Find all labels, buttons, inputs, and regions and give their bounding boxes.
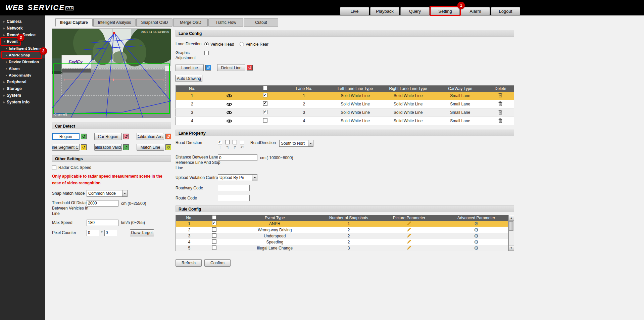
picture-parameter-pencil-icon[interactable]	[407, 227, 411, 232]
distance-between-lane-input[interactable]	[218, 154, 257, 161]
sidebar-item-system-info[interactable]: ▶System Info	[0, 99, 45, 105]
calibration-area-reset-icon[interactable]: ↺	[165, 134, 171, 139]
direction-straight-checkbox[interactable]	[218, 140, 222, 144]
camera-preview-canvas[interactable]: FedEx	[52, 29, 171, 118]
tab-intelligent-analysis[interactable]: Intelligent Analysis	[93, 18, 136, 27]
picture-parameter-pencil-icon[interactable]	[407, 233, 411, 238]
delete-trash-icon[interactable]	[498, 118, 502, 123]
roadway-code-input[interactable]	[218, 185, 250, 191]
picture-parameter-pencil-icon[interactable]	[407, 239, 411, 244]
rule-table-row[interactable]: 3 Underspeed 2 ⚙	[176, 233, 508, 239]
tab-snapshot-osd[interactable]: Snapshot OSD	[136, 18, 172, 27]
calibration-valid-button[interactable]: Calibration Valid...	[94, 144, 122, 151]
car-region-button[interactable]: Car Region	[94, 133, 122, 140]
picture-parameter-pencil-icon[interactable]	[407, 221, 411, 225]
nav-playback-button[interactable]: Playback	[370, 7, 399, 15]
draw-target-button[interactable]: Draw Target	[130, 229, 154, 236]
sidebar-item-abnormality[interactable]: ›Abnormality	[0, 72, 45, 79]
tab-cutout[interactable]: Cutout	[244, 18, 278, 27]
nav-query-button[interactable]: Query	[400, 7, 430, 15]
delete-trash-icon[interactable]	[498, 101, 502, 106]
advanced-parameter-gear-icon[interactable]: ⚙	[474, 233, 478, 239]
vehicle-rear-radio[interactable]	[240, 42, 244, 46]
match-line-button[interactable]: Match Line	[137, 144, 164, 151]
visibility-eye-icon[interactable]	[227, 120, 232, 123]
max-speed-input[interactable]	[87, 220, 118, 226]
threshold-distance-input[interactable]	[87, 200, 118, 207]
calibration-valid-reset-icon[interactable]: ↺	[123, 144, 129, 150]
camera-preview[interactable]: FedEx	[52, 29, 170, 118]
picture-parameter-pencil-icon[interactable]	[407, 245, 411, 250]
sidebar-item-anpr-snap[interactable]: ›ANPR Snap	[0, 52, 45, 58]
tab-illegal-capture[interactable]: Illegal Capture	[55, 18, 93, 27]
direction-left-checkbox[interactable]	[225, 140, 230, 144]
advanced-parameter-gear-icon[interactable]: ⚙	[474, 239, 478, 245]
rule-row-checkbox[interactable]	[212, 239, 216, 244]
refresh-button[interactable]: Refresh	[176, 259, 202, 267]
rule-row-checkbox[interactable]	[212, 221, 216, 225]
confirm-button[interactable]: Confirm	[204, 259, 231, 267]
roaddirection-select[interactable]: South to Nort	[279, 140, 313, 147]
visibility-eye-icon[interactable]	[227, 103, 232, 106]
detect-line-reset-icon[interactable]: ↺	[247, 65, 253, 71]
advanced-parameter-gear-icon[interactable]: ⚙	[474, 245, 478, 251]
rule-table-row[interactable]: 2 Wrong-way Driving 2 ⚙	[176, 227, 508, 233]
graphic-adjustment-checkbox[interactable]	[204, 51, 209, 55]
sidebar-item-peripheral[interactable]: ▶Peripheral	[0, 79, 45, 85]
delete-trash-icon[interactable]	[498, 110, 502, 115]
car-region-reset-icon[interactable]: ↺	[123, 134, 129, 139]
laneline-button[interactable]: LaneLine	[176, 64, 204, 71]
detect-line-button[interactable]: Detect Line	[217, 64, 245, 71]
scroll-up-icon[interactable]: ▲	[509, 215, 514, 221]
region-button[interactable]: Region	[52, 133, 80, 140]
vehicle-head-radio[interactable]	[204, 42, 209, 46]
nav-live-button[interactable]: Live	[340, 7, 369, 15]
line-segment-reset-icon[interactable]: ↺	[81, 144, 87, 150]
tab-merge-osd[interactable]: Merge OSD	[173, 18, 208, 27]
line-segment-calibration-button[interactable]: Line Segment C...	[52, 144, 80, 151]
match-line-reset-icon[interactable]: ↺	[165, 144, 171, 150]
rule-select-all-checkbox[interactable]	[212, 215, 216, 220]
rule-row-checkbox[interactable]	[212, 227, 216, 232]
lane-table-row[interactable]: 4 4 Solid White Line Solid White Line Sm…	[176, 117, 514, 125]
auto-drawing-button[interactable]: Auto Drawing	[176, 75, 202, 82]
laneline-reset-icon[interactable]: ↺	[205, 65, 211, 71]
visibility-eye-icon[interactable]	[227, 94, 232, 97]
sidebar-item-network[interactable]: ▶Network	[0, 25, 45, 32]
lane-table-row[interactable]: 3 3 Solid White Line Solid White Line Sm…	[176, 108, 514, 117]
nav-setting-button[interactable]: Setting	[431, 7, 460, 15]
rule-row-checkbox[interactable]	[212, 245, 216, 250]
nav-alarm-button[interactable]: Alarm	[461, 7, 490, 15]
calibration-area-button[interactable]: Calibration Area	[137, 133, 164, 140]
rule-table-row[interactable]: 5 Illegal Lane Change 3 ⚙	[176, 245, 508, 251]
direction-uturn-checkbox[interactable]	[240, 140, 244, 144]
radar-calc-speed-checkbox[interactable]	[52, 166, 56, 170]
rule-table-row[interactable]: 1 ANPR 1 ⚙	[176, 221, 508, 227]
lane-table-row[interactable]: 1 1 Solid White Line Solid White Line Sm…	[176, 92, 514, 100]
scroll-down-icon[interactable]: ▼	[509, 245, 514, 250]
nav-logout-button[interactable]: Logout	[491, 7, 520, 15]
direction-right-checkbox[interactable]	[233, 140, 237, 144]
sidebar-item-alarm[interactable]: ›Alarm	[0, 65, 45, 72]
lane-select-all-checkbox[interactable]	[263, 86, 267, 90]
sidebar-item-system[interactable]: ▶System	[0, 92, 45, 99]
rule-row-checkbox[interactable]	[212, 233, 216, 238]
sidebar-item-camera[interactable]: ▶Camera	[0, 18, 45, 25]
upload-violation-select[interactable]: Upload By Pri	[218, 174, 257, 181]
route-code-input[interactable]	[218, 195, 250, 201]
advanced-parameter-gear-icon[interactable]: ⚙	[474, 227, 478, 233]
rule-table-scrollbar[interactable]: ▲ ▼	[508, 215, 514, 251]
lane-row-checkbox[interactable]	[263, 110, 267, 114]
snap-match-mode-select[interactable]: Common Mode	[87, 190, 128, 197]
pixel-counter-x-input[interactable]	[87, 230, 99, 236]
sidebar-item-intelligent-scheme[interactable]: ›Intelligent Scheme	[0, 45, 45, 52]
lane-row-checkbox[interactable]	[263, 118, 267, 123]
sidebar-item-storage[interactable]: ▶Storage	[0, 85, 45, 92]
tab-traffic-flow[interactable]: Traffic Flow	[208, 18, 243, 27]
lane-row-checkbox[interactable]	[263, 93, 267, 97]
scrollbar-thumb[interactable]	[509, 221, 513, 231]
lane-table-row[interactable]: 2 2 Solid White Line Solid White Line Sm…	[176, 100, 514, 108]
region-reset-icon[interactable]: ↺	[81, 134, 87, 139]
sidebar-item-device-direction[interactable]: ›Device Direction	[0, 58, 45, 65]
rule-table-row[interactable]: 4 Speeding 2 ⚙	[176, 239, 508, 245]
